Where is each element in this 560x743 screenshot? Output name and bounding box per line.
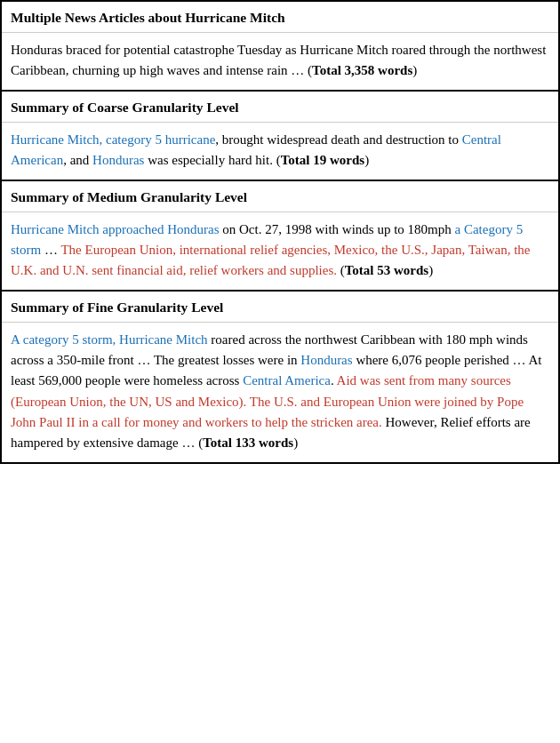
coarse-entity-3: Honduras [92, 153, 144, 167]
section-medium-body: Hurricane Mitch approached Honduras on O… [2, 212, 558, 291]
section-coarse-body: Hurricane Mitch, category 5 hurricane, b… [2, 123, 558, 180]
section-title: Multiple News Articles about Hurricane M… [2, 2, 558, 92]
section-coarse-heading: Summary of Coarse Granularity Level [11, 100, 239, 115]
section-coarse: Summary of Coarse Granularity Level Hurr… [2, 92, 558, 181]
section-title-header: Multiple News Articles about Hurricane M… [2, 2, 558, 33]
section-coarse-header: Summary of Coarse Granularity Level [2, 92, 558, 123]
coarse-entity-1: Hurricane Mitch, category 5 hurricane [11, 132, 215, 147]
medium-entity-1: Hurricane Mitch approached Honduras [11, 222, 220, 236]
section-title-body: Honduras braced for potential catastroph… [2, 33, 558, 91]
section-fine-header: Summary of Fine Granularity Level [2, 292, 558, 323]
section-medium-header: Summary of Medium Granularity Level [2, 181, 558, 212]
section-fine-heading: Summary of Fine Granularity Level [11, 300, 223, 315]
section-title-heading: Multiple News Articles about Hurricane M… [11, 10, 285, 25]
section-fine-body: A category 5 storm, Hurricane Mitch roar… [2, 323, 558, 463]
fine-entity-1: A category 5 storm, Hurricane Mitch [11, 332, 208, 347]
fine-entity-2: Honduras [300, 353, 352, 367]
section-medium-heading: Summary of Medium Granularity Level [11, 189, 247, 204]
main-container: Multiple News Articles about Hurricane M… [0, 0, 560, 464]
section-medium: Summary of Medium Granularity Level Hurr… [2, 181, 558, 292]
fine-entity-3: Central America [243, 373, 331, 387]
medium-red-text: The European Union, international relief… [11, 243, 531, 277]
section-fine: Summary of Fine Granularity Level A cate… [2, 292, 558, 462]
